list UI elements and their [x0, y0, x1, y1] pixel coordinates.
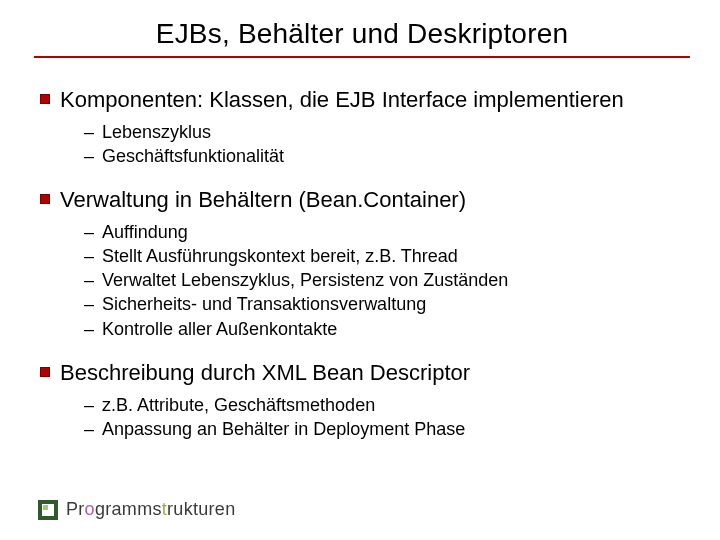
bullet-item: Verwaltung in Behältern (Bean.Container)… [40, 186, 690, 355]
slide-container: EJBs, Behälter und Deskriptoren Komponen… [0, 0, 720, 540]
sub-item: Geschäftsfunktionalität [84, 144, 690, 168]
sub-list: z.B. Attribute, Geschäftsmethoden Anpass… [60, 387, 690, 456]
sub-item: z.B. Attribute, Geschäftsmethoden [84, 393, 690, 417]
bullet-item: Beschreibung durch XML Bean Descriptor z… [40, 359, 690, 455]
bullet-text: Komponenten: Klassen, die EJB Interface … [60, 87, 624, 112]
sub-item: Verwaltet Lebenszyklus, Persistenz von Z… [84, 268, 690, 292]
logo-text: Programmstrukturen [66, 499, 235, 520]
sub-item: Stellt Ausführungskontext bereit, z.B. T… [84, 244, 690, 268]
sub-item: Auffindung [84, 220, 690, 244]
logo-part: Pr [66, 499, 85, 519]
logo-part: gramms [95, 499, 162, 519]
bullet-text: Beschreibung durch XML Bean Descriptor [60, 360, 470, 385]
title-underline [34, 56, 690, 58]
bullet-item: Komponenten: Klassen, die EJB Interface … [40, 86, 690, 182]
logo-accent: o [85, 499, 95, 519]
sub-item: Sicherheits- und Transaktionsverwaltung [84, 292, 690, 316]
bullet-text: Verwaltung in Behältern (Bean.Container) [60, 187, 466, 212]
sub-list: Lebenszyklus Geschäftsfunktionalität [60, 114, 690, 183]
logo-icon [38, 500, 58, 520]
sub-list: Auffindung Stellt Ausführungskontext ber… [60, 214, 690, 355]
sub-item: Lebenszyklus [84, 120, 690, 144]
slide-title: EJBs, Behälter und Deskriptoren [34, 18, 690, 50]
bullet-list: Komponenten: Klassen, die EJB Interface … [34, 86, 690, 455]
logo-part: ukturen [173, 499, 235, 519]
footer-logo: Programmstrukturen [38, 499, 235, 520]
sub-item: Kontrolle aller Außenkontakte [84, 317, 690, 341]
sub-item: Anpassung an Behälter in Deployment Phas… [84, 417, 690, 441]
